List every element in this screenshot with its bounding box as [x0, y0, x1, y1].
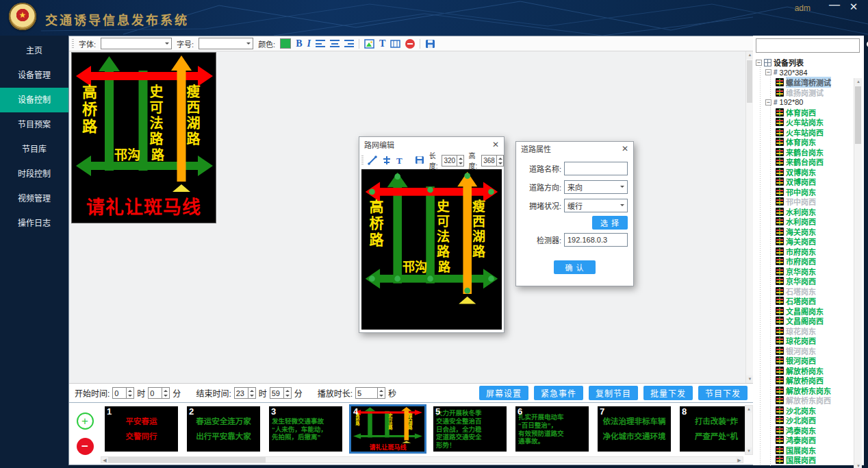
- align-right-icon[interactable]: [344, 40, 354, 47]
- tree-device[interactable]: 京华岗西: [756, 276, 862, 286]
- program-thumbnail-6[interactable]: 6扎实开展电动车“百日整治”，有效预防道路交通事故。: [515, 406, 589, 452]
- tree-device[interactable]: 市府岗东: [756, 247, 862, 257]
- confirm-button[interactable]: 确 认: [554, 260, 595, 274]
- minimize-icon[interactable]: —: [827, 0, 842, 11]
- toolbar-grip[interactable]: [72, 39, 74, 49]
- program-thumbnail-2[interactable]: 2春运安全连万家出行平安靠大家: [187, 406, 260, 452]
- select-button[interactable]: 选 择: [592, 216, 628, 230]
- tree-device[interactable]: 银河岗西: [756, 356, 862, 366]
- close-icon[interactable]: ✕: [622, 144, 628, 153]
- program-thumbnail-8[interactable]: 8打击改装“炸严查严处“机: [680, 406, 753, 452]
- tree-device[interactable]: 邗中岗东: [756, 187, 862, 197]
- tree-device[interactable]: 邗中岗西: [756, 197, 862, 207]
- tree-device[interactable]: 市府岗西: [756, 256, 862, 267]
- tree-group-1[interactable]: −#320*384: [756, 68, 862, 78]
- tree-device[interactable]: 解放桥东岗东: [756, 386, 862, 396]
- tree-device[interactable]: 鸿泰岗东: [756, 426, 862, 436]
- roadnet-canvas[interactable]: 高桥路 史可法路 瘦西湖路 邗沟 路: [361, 169, 502, 330]
- start-minute-spinner[interactable]: 0: [148, 387, 170, 399]
- end-minute-spinner[interactable]: 59: [270, 387, 292, 399]
- bold-button[interactable]: B: [296, 39, 302, 49]
- height-spinner[interactable]: 368: [481, 155, 504, 167]
- sidebar-item-4[interactable]: 节目预案: [0, 112, 68, 137]
- sidebar-item-1[interactable]: 主页: [0, 38, 68, 63]
- text-tool-icon[interactable]: T: [379, 39, 385, 49]
- spinner-arrows[interactable]: [457, 156, 463, 166]
- tree-group-2[interactable]: −#192*80: [756, 97, 862, 108]
- text-tool-icon[interactable]: T: [396, 156, 403, 165]
- close-icon[interactable]: ✕: [492, 140, 499, 149]
- scrollbar-thumb[interactable]: [747, 60, 752, 103]
- tree-device[interactable]: 文昌阁岗东: [756, 306, 862, 317]
- tree-device[interactable]: 解放桥岗西: [756, 375, 862, 386]
- tree-device[interactable]: 维扬岗测试: [756, 88, 862, 98]
- size-select[interactable]: [199, 38, 253, 49]
- device-search-input[interactable]: [756, 38, 860, 53]
- sidebar-item-7[interactable]: 视频管理: [0, 186, 68, 211]
- scroll-left-icon[interactable]: ◀: [101, 457, 108, 463]
- sidebar-item-2[interactable]: 设备管理: [0, 63, 68, 88]
- road-direction-select[interactable]: 来向: [564, 180, 628, 194]
- tree-root[interactable]: −设备列表: [756, 58, 862, 68]
- scroll-right-icon[interactable]: ▶: [736, 457, 743, 463]
- congestion-select[interactable]: 缓行: [564, 199, 628, 212]
- collapse-icon[interactable]: −: [756, 60, 762, 66]
- sign-preview[interactable]: 高桥路 史可法路 瘦西湖路 邗沟 路 请礼让斑马线: [71, 52, 216, 223]
- collapse-icon[interactable]: −: [765, 69, 771, 75]
- program-thumbnail-1[interactable]: 1平安春运交警同行: [105, 406, 178, 452]
- filmstrip-horizontal-scrollbar[interactable]: ◀ ▶: [101, 456, 743, 463]
- tree-vertical-scrollbar[interactable]: ▲ ▼: [854, 78, 862, 468]
- tree-device[interactable]: 水利岗西: [756, 217, 862, 227]
- canvas-vertical-scrollbar[interactable]: ▲ ▼: [745, 51, 753, 383]
- spinner-arrows[interactable]: [283, 388, 291, 398]
- road-name-input[interactable]: [564, 162, 628, 175]
- timebar-button-5[interactable]: 节目下发: [698, 386, 748, 400]
- tree-device[interactable]: 体育岗西: [756, 108, 862, 118]
- spinner-arrows[interactable]: [248, 388, 255, 398]
- save-icon[interactable]: [425, 39, 435, 49]
- tree-device[interactable]: 鸿泰岗西: [756, 435, 862, 445]
- scroll-down-icon[interactable]: ▼: [746, 375, 753, 383]
- add-program-button[interactable]: +: [77, 412, 94, 430]
- spinner-arrows[interactable]: [162, 388, 169, 398]
- align-left-icon[interactable]: [316, 40, 325, 47]
- tree-device[interactable]: 火车站岗西: [756, 127, 862, 138]
- roadnet-tool-icon[interactable]: [390, 39, 400, 49]
- sidebar-item-8[interactable]: 操作日志: [0, 211, 68, 236]
- scroll-up-icon[interactable]: ▲: [854, 78, 862, 86]
- tree-device[interactable]: 京华岗东: [756, 267, 862, 277]
- program-thumbnail-7[interactable]: 7依法治理非标车辆净化城市交通环境: [598, 406, 671, 452]
- scroll-down-icon[interactable]: ▼: [854, 463, 862, 468]
- filmstrip-vertical-scrollbar[interactable]: ▲ ▼: [745, 405, 753, 455]
- props-dialog-titlebar[interactable]: 道路属性 ✕: [516, 142, 633, 156]
- scrollbar-thumb[interactable]: [108, 457, 266, 463]
- align-center-icon[interactable]: [330, 40, 340, 47]
- detector-input[interactable]: 192.168.0.3: [564, 233, 628, 247]
- remove-program-button[interactable]: −: [77, 438, 94, 455]
- tree-device[interactable]: 琼花岗西: [756, 336, 862, 346]
- tree-device[interactable]: 火车站岗东: [756, 117, 862, 127]
- scroll-down-icon[interactable]: ▼: [745, 447, 752, 454]
- tree-device[interactable]: 螺丝湾桥测试: [756, 77, 862, 88]
- program-thumbnail-4[interactable]: 4 高桥路 史可法路 瘦西湖路 请礼让斑马线: [351, 406, 424, 452]
- tree-device[interactable]: 双博岗东: [756, 167, 862, 177]
- tree-device[interactable]: 石塔岗西: [756, 296, 862, 306]
- start-hour-spinner[interactable]: 0: [112, 387, 134, 399]
- tree-device[interactable]: 水利岗东: [756, 207, 862, 217]
- tree-device[interactable]: 海关岗西: [756, 236, 862, 247]
- add-road-icon[interactable]: [382, 156, 392, 165]
- draw-line-icon[interactable]: [368, 156, 378, 165]
- tree-device[interactable]: 解放桥岗东: [756, 366, 862, 376]
- tree-device[interactable]: 国展岗东: [756, 445, 862, 456]
- scroll-up-icon[interactable]: ▲: [745, 406, 752, 412]
- timebar-button-4[interactable]: 批量下发: [643, 386, 693, 400]
- end-hour-spinner[interactable]: 23: [234, 387, 256, 399]
- tree-device[interactable]: 来鹤台岗东: [756, 147, 862, 158]
- toolbar-grip[interactable]: [361, 156, 363, 165]
- tree-device[interactable]: 双博岗西: [756, 177, 862, 187]
- scroll-up-icon[interactable]: ▲: [746, 51, 753, 59]
- length-spinner[interactable]: 320: [442, 155, 464, 167]
- program-thumbnail-3[interactable]: 3发生轻微交通事故“人未伤，车能动，先拍照，后撤离”: [269, 406, 342, 452]
- spinner-arrows[interactable]: [126, 388, 133, 398]
- font-select[interactable]: [101, 38, 172, 49]
